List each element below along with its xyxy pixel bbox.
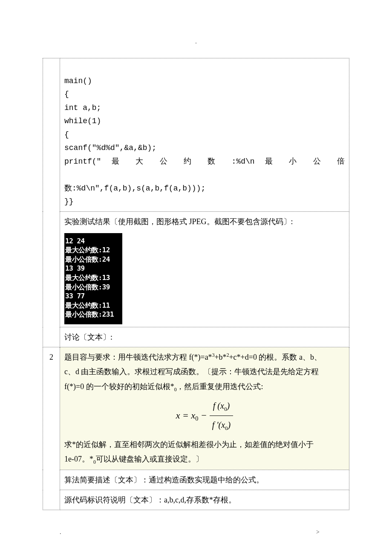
problem-text: c、d 由主函数输入。求根过程写成函数。〔提示：牛顿迭代法是先给定方程: [64, 367, 319, 376]
problem-text: f(*)=0 的一个较好的初始近似根*0，然后重复使用迭代公式:: [64, 382, 263, 391]
terminal-output: 12 24 最大公约数:12 最小公倍数:24 13 39 最大公约数:13 最…: [64, 233, 122, 324]
fraction-numerator: f (x0): [210, 398, 233, 416]
problem-text: 1e-07。*0可以从键盘输入或直接设定。〕: [64, 455, 203, 463]
table-row: 2 题目容与要求：用牛顿迭代法求方程 f(*)=a*3+b*2+c*+d=0 的…: [43, 347, 349, 470]
code-line: {: [64, 130, 69, 139]
formula: x = x0 − f (x0) f '(x0): [64, 397, 345, 434]
code-line: scanf("%d%d",&a,&b);: [64, 144, 156, 152]
fraction-denominator: f '(x0): [210, 416, 233, 434]
code-cell: main() { int a,b; while(1) { scanf("%d%d…: [60, 58, 349, 212]
table-row: 实验测试结果〔使用截图，图形格式 JPEG。截图不要包含源代码〕: 12 24 …: [43, 211, 349, 327]
code-line: main(): [64, 77, 92, 85]
formula-fraction: f (x0) f '(x0): [210, 398, 233, 433]
code-line: {: [64, 90, 69, 98]
problem-text: 题目容与要求：用牛顿迭代法求方程 f(*)=a*3+b*2+c*+d=0 的根。…: [64, 353, 322, 361]
results-title: 实验测试结果〔使用截图，图形格式 JPEG。截图不要包含源代码〕:: [64, 214, 345, 229]
code-line: 数:%d\n",f(a,b),s(a,b,f(a,b)));: [64, 184, 205, 193]
code-line: int a,b;: [64, 104, 101, 112]
header-marker: .: [43, 38, 349, 45]
problem-cell: 题目容与要求：用牛顿迭代法求方程 f(*)=a*3+b*2+c*+d=0 的根。…: [60, 347, 349, 470]
table-row: 算法简要描述〔文本〕：通过构造函数实现题中给的公式。: [43, 470, 349, 490]
table-row: main() { int a,b; while(1) { scanf("%d%d…: [43, 58, 349, 212]
code-line: printf(" 最 大 公 约 数 :%d\n 最 小 公 倍: [64, 155, 345, 169]
formula-lhs: x = x0 −: [176, 407, 207, 425]
footer-right: >: [316, 529, 320, 536]
content-table: main() { int a,b; while(1) { scanf("%d%d…: [43, 58, 349, 510]
document-page: . main() { int a,b; while(1) { scanf("%d…: [0, 0, 392, 536]
identifier-cell: 源代码标识符说明〔文本〕：a,b,c,d,存系数*存根。: [60, 490, 349, 510]
source-code: main() { int a,b; while(1) { scanf("%d%d…: [64, 61, 345, 209]
results-cell: 实验测试结果〔使用截图，图形格式 JPEG。截图不要包含源代码〕: 12 24 …: [60, 211, 349, 327]
table-row: 讨论〔文本〕:: [43, 327, 349, 347]
algorithm-cell: 算法简要描述〔文本〕：通过构造函数实现题中给的公式。: [60, 470, 349, 490]
problem-text: 求*的近似解，直至相邻两次的近似解相差很小为止，如差值的绝对值小于: [64, 440, 314, 449]
table-row: 源代码标识符说明〔文本〕：a,b,c,d,存系数*存根。: [43, 490, 349, 510]
code-line: }}: [64, 197, 74, 206]
code-line: while(1): [64, 117, 101, 125]
row-number-cell: 2: [43, 347, 60, 510]
discussion-cell: 讨论〔文本〕:: [60, 327, 349, 347]
footer-left: .: [60, 529, 61, 536]
page-footer: . >: [0, 529, 392, 536]
row-number-cell: [43, 58, 60, 347]
